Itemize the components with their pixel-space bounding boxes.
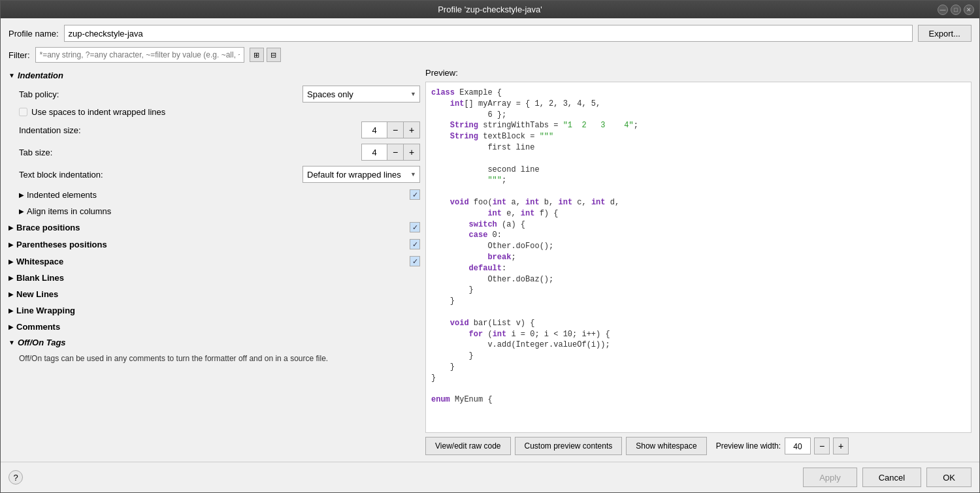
indented-elements-checkbox[interactable] bbox=[410, 189, 420, 200]
tab-policy-label: Tab policy: bbox=[19, 89, 302, 99]
preview-buttons: View/edit raw code Custom preview conten… bbox=[425, 437, 972, 455]
text-block-indent-select[interactable]: Default for wrapped lines No indentation bbox=[302, 166, 420, 183]
indented-elements-arrow: ▶ bbox=[19, 191, 24, 199]
filter-label: Filter: bbox=[8, 50, 30, 60]
cancel-button[interactable]: Cancel bbox=[862, 468, 921, 487]
line-wrapping-header[interactable]: ▶ Line Wrapping bbox=[8, 302, 420, 319]
export-button[interactable]: Export... bbox=[918, 25, 972, 42]
off-on-tags-arrow: ▼ bbox=[8, 339, 15, 346]
bottom-right: Apply Cancel OK bbox=[803, 468, 972, 487]
help-button[interactable]: ? bbox=[8, 470, 23, 485]
content-area: Profile name: Export... Filter: ⊞ ⊟ ▼ In… bbox=[1, 18, 979, 462]
view-edit-raw-button[interactable]: View/edit raw code bbox=[425, 437, 511, 455]
whitespace-checkbox[interactable] bbox=[410, 256, 420, 266]
align-items-arrow: ▶ bbox=[19, 208, 24, 215]
indentation-arrow: ▼ bbox=[8, 72, 15, 79]
off-on-description: Off/On tags can be used in any comments … bbox=[19, 350, 420, 367]
whitespace-label: Whitespace bbox=[16, 257, 63, 266]
brace-positions-header[interactable]: ▶ Brace positions bbox=[8, 219, 420, 236]
filter-icons: ⊞ ⊟ bbox=[250, 48, 281, 62]
collapse-all-icon[interactable]: ⊟ bbox=[267, 48, 281, 62]
preview-width-increase[interactable]: + bbox=[833, 437, 849, 454]
use-spaces-label: Use spaces to indent wrapped lines bbox=[31, 107, 165, 117]
indent-size-value: 4 bbox=[361, 121, 387, 138]
filter-row: Filter: ⊞ ⊟ bbox=[8, 47, 972, 63]
bottom-bar: ? Apply Cancel OK bbox=[1, 462, 979, 492]
blank-lines-header[interactable]: ▶ Blank Lines bbox=[8, 270, 420, 286]
parentheses-positions-label: Parentheses positions bbox=[16, 240, 107, 249]
tab-policy-control: Spaces only Tab only Mixed bbox=[302, 86, 420, 103]
window-title: Profile 'zup-checkstyle-java' bbox=[438, 5, 542, 14]
indent-size-increase[interactable]: + bbox=[403, 121, 420, 138]
maximize-button[interactable]: □ bbox=[951, 5, 961, 15]
align-items-label: Align items in columns bbox=[27, 206, 111, 216]
close-button[interactable]: ✕ bbox=[964, 5, 974, 15]
indent-size-decrease[interactable]: − bbox=[387, 121, 404, 138]
preview-width-decrease[interactable]: − bbox=[814, 437, 830, 454]
bottom-left: ? bbox=[8, 470, 23, 485]
brace-positions-arrow: ▶ bbox=[8, 224, 14, 231]
indented-elements-header[interactable]: ▶ Indented elements bbox=[19, 187, 420, 202]
off-on-tags-section: ▼ Off/On Tags Off/On tags can be used in… bbox=[8, 335, 420, 367]
custom-preview-button[interactable]: Custom preview contents bbox=[515, 437, 623, 455]
minimize-button[interactable]: — bbox=[938, 5, 948, 15]
tab-size-decrease[interactable]: − bbox=[387, 144, 404, 161]
new-lines-label: New Lines bbox=[16, 289, 58, 299]
title-bar: Profile 'zup-checkstyle-java' — □ ✕ bbox=[1, 1, 979, 18]
blank-lines-arrow: ▶ bbox=[8, 274, 14, 281]
whitespace-arrow: ▶ bbox=[8, 258, 14, 265]
use-spaces-checkbox[interactable] bbox=[19, 108, 27, 116]
new-lines-header[interactable]: ▶ New Lines bbox=[8, 286, 420, 302]
tab-size-spinner: 4 − + bbox=[361, 144, 420, 161]
text-block-indent-label: Text block indentation: bbox=[19, 170, 302, 180]
left-panel: ▼ Indentation Tab policy: Spaces only Ta… bbox=[8, 68, 420, 455]
tab-policy-dropdown-wrapper: Spaces only Tab only Mixed bbox=[302, 86, 420, 103]
off-on-tags-label: Off/On Tags bbox=[18, 338, 66, 347]
off-on-tags-header[interactable]: ▼ Off/On Tags bbox=[8, 335, 420, 350]
tab-size-increase[interactable]: + bbox=[403, 144, 420, 161]
show-whitespace-button[interactable]: Show whitespace bbox=[626, 437, 706, 455]
tab-size-label: Tab size: bbox=[19, 148, 361, 157]
text-block-indent-wrapper: Default for wrapped lines No indentation bbox=[302, 166, 420, 183]
indented-elements-section: ▶ Indented elements bbox=[19, 187, 420, 202]
tab-policy-select[interactable]: Spaces only Tab only Mixed bbox=[302, 86, 420, 103]
whitespace-header[interactable]: ▶ Whitespace bbox=[8, 253, 420, 270]
comments-header[interactable]: ▶ Comments bbox=[8, 319, 420, 335]
parentheses-positions-checkbox[interactable] bbox=[410, 239, 420, 249]
preview-code: class Example { int[] myArray = { 1, 2, … bbox=[425, 82, 972, 433]
filter-input[interactable] bbox=[35, 47, 244, 63]
parentheses-positions-header[interactable]: ▶ Parentheses positions bbox=[8, 236, 420, 253]
indented-elements-label: Indented elements bbox=[27, 190, 97, 200]
indent-size-label: Indentation size: bbox=[19, 125, 361, 135]
new-lines-arrow: ▶ bbox=[8, 291, 14, 298]
main-window: Profile 'zup-checkstyle-java' — □ ✕ Prof… bbox=[0, 0, 980, 493]
main-split: ▼ Indentation Tab policy: Spaces only Ta… bbox=[8, 68, 972, 455]
apply-button[interactable]: Apply bbox=[803, 468, 857, 487]
indent-size-spinner: 4 − + bbox=[361, 121, 420, 138]
right-panel: Preview: class Example { int[] myArray =… bbox=[425, 68, 972, 455]
profile-row: Profile name: Export... bbox=[8, 25, 972, 42]
ok-button[interactable]: OK bbox=[926, 468, 972, 487]
brace-positions-label: Brace positions bbox=[16, 223, 80, 232]
profile-label: Profile name: bbox=[8, 29, 59, 39]
indentation-section-header[interactable]: ▼ Indentation bbox=[8, 68, 420, 83]
preview-width-value: 40 bbox=[785, 437, 811, 454]
text-block-indent-row: Text block indentation: Default for wrap… bbox=[19, 163, 420, 185]
use-spaces-row: Use spaces to indent wrapped lines bbox=[19, 105, 420, 119]
indent-size-row: Indentation size: 4 − + bbox=[19, 119, 420, 141]
brace-positions-checkbox[interactable] bbox=[410, 222, 420, 232]
line-wrapping-arrow: ▶ bbox=[8, 307, 14, 314]
profile-name-input[interactable] bbox=[64, 25, 913, 42]
align-items-header[interactable]: ▶ Align items in columns bbox=[19, 204, 420, 219]
window-controls: — □ ✕ bbox=[938, 5, 974, 15]
text-block-indent-control: Default for wrapped lines No indentation bbox=[302, 166, 420, 183]
expand-all-icon[interactable]: ⊞ bbox=[250, 48, 264, 62]
tab-size-row: Tab size: 4 − + bbox=[19, 141, 420, 163]
line-wrapping-label: Line Wrapping bbox=[16, 306, 75, 315]
comments-arrow: ▶ bbox=[8, 323, 14, 330]
tab-policy-row: Tab policy: Spaces only Tab only Mixed bbox=[19, 83, 420, 105]
preview-label: Preview: bbox=[425, 68, 972, 78]
tab-size-value: 4 bbox=[361, 144, 387, 161]
off-on-tags-content: Off/On tags can be used in any comments … bbox=[8, 350, 420, 367]
indentation-content: Tab policy: Spaces only Tab only Mixed bbox=[8, 83, 420, 219]
